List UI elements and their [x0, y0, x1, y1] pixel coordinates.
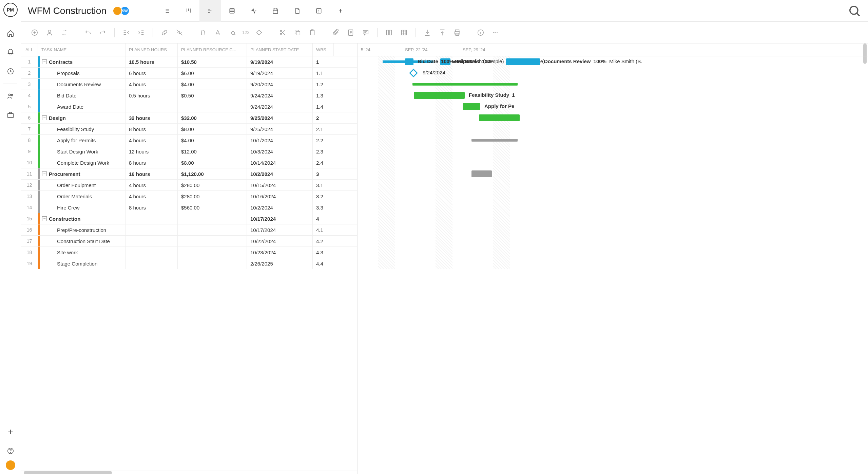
planned-date-cell[interactable]: 9/24/2024	[247, 101, 313, 112]
planned-date-cell[interactable]: 10/17/2024	[247, 224, 313, 235]
wbs-cell[interactable]: 4	[313, 213, 334, 224]
gantt-summary-bar[interactable]	[412, 83, 518, 86]
planned-date-cell[interactable]: 10/1/2024	[247, 135, 313, 146]
view-gantt-icon[interactable]	[199, 0, 221, 22]
gantt-task-bar[interactable]	[479, 114, 520, 121]
view-activity-icon[interactable]	[243, 0, 265, 22]
wbs-cell[interactable]: 4.4	[313, 258, 334, 269]
notifications-icon[interactable]	[0, 43, 21, 62]
planned-cost-cell[interactable]: $12.00	[178, 146, 247, 157]
milestone-icon[interactable]	[254, 27, 265, 38]
gantt-row[interactable]	[358, 258, 868, 269]
wbs-cell[interactable]: 3	[313, 168, 334, 179]
planned-cost-cell[interactable]	[178, 258, 247, 269]
wbs-cell[interactable]: 3.2	[313, 191, 334, 202]
table-row[interactable]: 14Hire Crew8 hours$560.0010/2/20243.3	[21, 202, 357, 213]
planned-hours-cell[interactable]	[126, 258, 178, 269]
wbs-cell[interactable]: 1.4	[313, 101, 334, 112]
gantt-row[interactable]	[358, 135, 868, 146]
wbs-cell[interactable]: 1.3	[313, 90, 334, 101]
wbs-cell[interactable]: 1	[313, 56, 334, 67]
table-row[interactable]: 11−Procurement16 hours$1,120.0010/2/2024…	[21, 168, 357, 180]
export-icon[interactable]	[437, 27, 448, 38]
user-avatar[interactable]	[6, 460, 15, 470]
notes-icon[interactable]	[345, 27, 356, 38]
planned-cost-cell[interactable]	[178, 247, 247, 258]
planned-hours-cell[interactable]: 16 hours	[126, 168, 178, 179]
col-planned-start[interactable]: PLANNED START DATE	[247, 43, 313, 56]
table-row[interactable]: 19Stage Completion2/26/20254.4	[21, 258, 357, 269]
comment-icon[interactable]	[360, 27, 371, 38]
gantt-row[interactable]	[358, 180, 868, 191]
planned-hours-cell[interactable]: 8 hours	[126, 202, 178, 213]
planned-hours-cell[interactable]	[126, 224, 178, 235]
table-row[interactable]: 17Construction Start Date10/22/20244.2	[21, 236, 357, 247]
planned-hours-cell[interactable]: 8 hours	[126, 157, 178, 168]
planned-date-cell[interactable]: 9/25/2024	[247, 124, 313, 134]
task-name-cell[interactable]: Site work	[40, 247, 126, 258]
help-icon[interactable]	[0, 441, 21, 460]
avatar-1[interactable]	[113, 6, 122, 16]
planned-cost-cell[interactable]: $280.00	[178, 180, 247, 190]
gantt-row[interactable]	[358, 213, 868, 224]
task-name-cell[interactable]: −Construction	[40, 213, 126, 224]
view-add-icon[interactable]	[330, 0, 351, 22]
wbs-cell[interactable]: 1.2	[313, 79, 334, 90]
planned-date-cell[interactable]: 10/2/2024	[247, 168, 313, 179]
task-name-cell[interactable]: Start Design Work	[40, 146, 126, 157]
planned-cost-cell[interactable]: $8.00	[178, 124, 247, 134]
add-icon[interactable]	[0, 422, 21, 441]
grid-icon[interactable]	[399, 27, 409, 38]
planned-date-cell[interactable]: 2/26/2025	[247, 258, 313, 269]
table-row[interactable]: 10Complete Design Work8 hours$8.0010/14/…	[21, 157, 357, 168]
planned-cost-cell[interactable]: $6.00	[178, 68, 247, 78]
col-all[interactable]: ALL	[21, 43, 38, 56]
view-list-icon[interactable]	[156, 0, 178, 22]
task-name-cell[interactable]: Apply for Permits	[40, 135, 126, 146]
planned-cost-cell[interactable]	[178, 236, 247, 247]
planned-hours-cell[interactable]	[126, 236, 178, 247]
planned-cost-cell[interactable]	[178, 213, 247, 224]
planned-date-cell[interactable]: 10/16/2024	[247, 191, 313, 202]
view-risks-icon[interactable]	[308, 0, 330, 22]
planned-cost-cell[interactable]	[178, 101, 247, 112]
planned-cost-cell[interactable]: $1,120.00	[178, 168, 247, 179]
planned-cost-cell[interactable]: $8.00	[178, 157, 247, 168]
col-planned-cost[interactable]: PLANNED RESOURCE C...	[178, 43, 247, 56]
planned-hours-cell[interactable]: 6 hours	[126, 68, 178, 78]
planned-cost-cell[interactable]: $0.50	[178, 90, 247, 101]
planned-cost-cell[interactable]: $4.00	[178, 135, 247, 146]
gantt-row[interactable]	[358, 224, 868, 236]
wbs-cell[interactable]: 4.1	[313, 224, 334, 235]
planned-hours-cell[interactable]: 32 hours	[126, 112, 178, 123]
wbs-cell[interactable]: 3.3	[313, 202, 334, 213]
planned-hours-cell[interactable]: 4 hours	[126, 135, 178, 146]
table-row[interactable]: 13Order Materials4 hours$280.0010/16/202…	[21, 191, 357, 202]
table-row[interactable]: 4Bid Date0.5 hours$0.509/24/20241.3	[21, 90, 357, 101]
table-row[interactable]: 5Award Date9/24/20241.4	[21, 101, 357, 112]
task-name-cell[interactable]: Proposals	[40, 68, 126, 78]
planned-hours-cell[interactable]	[126, 101, 178, 112]
gantt-task-bar[interactable]	[471, 170, 492, 177]
copy-icon[interactable]	[292, 27, 303, 38]
attachment-icon[interactable]	[330, 27, 341, 38]
collapse-icon[interactable]: −	[42, 171, 47, 176]
import-icon[interactable]	[422, 27, 433, 38]
gantt-milestone[interactable]	[409, 69, 418, 77]
gantt-row[interactable]	[358, 202, 868, 213]
redo-icon[interactable]	[97, 27, 108, 38]
gantt-row[interactable]	[358, 247, 868, 258]
task-name-cell[interactable]: Stage Completion	[40, 258, 126, 269]
planned-hours-cell[interactable]: 4 hours	[126, 180, 178, 190]
table-row[interactable]: 6−Design32 hours$32.009/25/20242	[21, 112, 357, 124]
planned-hours-cell[interactable]: 10.5 hours	[126, 56, 178, 67]
task-name-cell[interactable]: −Procurement	[40, 168, 126, 179]
table-row[interactable]: 9Start Design Work12 hours$12.0010/3/202…	[21, 146, 357, 157]
task-name-cell[interactable]: Order Materials	[40, 191, 126, 202]
wbs-cell[interactable]: 2.1	[313, 124, 334, 134]
gantt-row[interactable]	[358, 191, 868, 202]
task-name-cell[interactable]: Construction Start Date	[40, 236, 126, 247]
gantt-row[interactable]	[358, 146, 868, 157]
task-name-cell[interactable]: Order Equipment	[40, 180, 126, 190]
search-icon[interactable]	[848, 4, 861, 18]
